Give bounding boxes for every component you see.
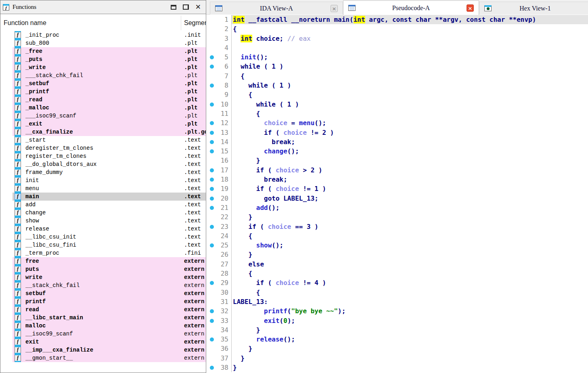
- breakpoint-dot-icon[interactable]: [210, 281, 214, 285]
- breakpoint-dot-icon[interactable]: [210, 206, 214, 210]
- code-line[interactable]: 32 printf("bye bye ~~");: [206, 306, 588, 316]
- function-row[interactable]: f_malloc.plt: [0, 104, 206, 112]
- maximize-icon[interactable]: [171, 5, 176, 10]
- breakpoint-dot-icon[interactable]: [210, 168, 214, 172]
- code-line[interactable]: 6 while ( 1 ): [206, 62, 588, 71]
- function-row[interactable]: fsub_800.plt: [0, 39, 206, 47]
- breakpoint-dot-icon[interactable]: [210, 131, 214, 135]
- function-row[interactable]: fexitextern: [0, 338, 206, 346]
- function-row[interactable]: f__imp___cxa_finalizeextern: [0, 346, 206, 354]
- function-row[interactable]: f__libc_start_mainextern: [0, 314, 206, 322]
- function-row[interactable]: fadd.text: [0, 201, 206, 209]
- code-line[interactable]: 27 else: [206, 260, 588, 269]
- function-row[interactable]: f_read.plt: [0, 96, 206, 104]
- tab-ida-view-a[interactable]: IDA View-A ×: [210, 2, 343, 15]
- function-row[interactable]: fputsextern: [0, 265, 206, 273]
- function-row[interactable]: f__cxa_finalize.plt.got: [0, 128, 206, 136]
- function-row[interactable]: f_puts.plt: [0, 55, 206, 63]
- function-row[interactable]: fchange.text: [0, 209, 206, 217]
- column-function-name[interactable]: Function name: [4, 15, 46, 31]
- function-row[interactable]: f__gmon_start__extern: [0, 354, 206, 362]
- code-line[interactable]: 8 while ( 1 ): [206, 81, 588, 90]
- function-row[interactable]: f___isoc99_scanf.plt: [0, 112, 206, 120]
- function-row[interactable]: fmenu.text: [0, 184, 206, 193]
- code-line[interactable]: 20 goto LABEL_13;: [206, 194, 588, 203]
- code-line[interactable]: 9 {: [206, 90, 588, 99]
- breakpoint-dot-icon[interactable]: [210, 55, 214, 59]
- code-line[interactable]: 15 change();: [206, 147, 588, 156]
- code-line[interactable]: 3 int choice; // eax: [206, 34, 588, 43]
- function-row[interactable]: f_start.text: [0, 136, 206, 144]
- code-line[interactable]: 35 release();: [206, 335, 588, 344]
- breakpoint-dot-icon[interactable]: [210, 178, 214, 182]
- code-line[interactable]: 7 {: [206, 71, 588, 81]
- breakpoint-dot-icon[interactable]: [210, 197, 214, 201]
- function-row[interactable]: f_free.plt: [0, 47, 206, 55]
- code-line[interactable]: 10 while ( 1 ): [206, 100, 588, 109]
- code-line[interactable]: 24 {: [206, 231, 588, 241]
- function-row[interactable]: f_init_proc.init: [0, 31, 206, 39]
- code-line[interactable]: 30 {: [206, 288, 588, 297]
- float-window-icon[interactable]: [183, 4, 189, 10]
- function-row[interactable]: f__stack_chk_failextern: [0, 281, 206, 289]
- code-line[interactable]: 14 break;: [206, 137, 588, 147]
- close-tab-icon[interactable]: ×: [467, 4, 474, 12]
- tab-pseudocode-a[interactable]: Pseudocode-A ×: [343, 0, 479, 15]
- code-line[interactable]: 11 {: [206, 109, 588, 118]
- function-row[interactable]: fderegister_tm_clones.text: [0, 144, 206, 152]
- function-row[interactable]: f_setbuf.plt: [0, 80, 206, 88]
- code-line[interactable]: 37 }: [206, 354, 588, 363]
- function-row[interactable]: f_printf.plt: [0, 88, 206, 96]
- code-line[interactable]: 25 show();: [206, 241, 588, 250]
- function-row[interactable]: fprintfextern: [0, 298, 206, 306]
- function-row[interactable]: fframe_dummy.text: [0, 168, 206, 176]
- function-row[interactable]: fwriteextern: [0, 273, 206, 281]
- breakpoint-dot-icon[interactable]: [210, 337, 214, 342]
- function-row[interactable]: f_term_proc.fini: [0, 249, 206, 257]
- function-row[interactable]: freadextern: [0, 306, 206, 314]
- function-row[interactable]: f_write.plt: [0, 63, 206, 71]
- function-row[interactable]: f__isoc99_scanfextern: [0, 330, 206, 338]
- code-line[interactable]: 13 if ( choice != 2 ): [206, 128, 588, 137]
- code-line[interactable]: 19 if ( choice != 1 ): [206, 184, 588, 193]
- code-line[interactable]: 29 if ( choice != 4 ): [206, 278, 588, 287]
- code-line[interactable]: 17 if ( choice > 2 ): [206, 166, 588, 175]
- code-line[interactable]: 1int __fastcall __noreturn main(int argc…: [206, 15, 588, 24]
- code-line[interactable]: 28 {: [206, 269, 588, 278]
- breakpoint-dot-icon[interactable]: [210, 65, 214, 69]
- breakpoint-dot-icon[interactable]: [210, 84, 214, 88]
- breakpoint-dot-icon[interactable]: [210, 309, 214, 313]
- close-tab-icon[interactable]: ×: [331, 5, 338, 12]
- function-row[interactable]: fsetbufextern: [0, 289, 206, 298]
- code-line[interactable]: 33 exit(0);: [206, 316, 588, 325]
- function-row[interactable]: finit.text: [0, 176, 206, 184]
- function-row[interactable]: f_exit.plt: [0, 120, 206, 128]
- breakpoint-dot-icon[interactable]: [210, 319, 214, 323]
- breakpoint-dot-icon[interactable]: [210, 103, 214, 107]
- code-line[interactable]: 5 init();: [206, 52, 588, 62]
- function-row[interactable]: frelease.text: [0, 225, 206, 233]
- code-line[interactable]: 18 break;: [206, 175, 588, 184]
- code-line[interactable]: 2{: [206, 24, 588, 34]
- breakpoint-dot-icon[interactable]: [210, 243, 214, 247]
- breakpoint-dot-icon[interactable]: [210, 140, 214, 144]
- breakpoint-dot-icon[interactable]: [210, 187, 214, 191]
- function-row[interactable]: fregister_tm_clones.text: [0, 152, 206, 160]
- code-line[interactable]: 22 }: [206, 212, 588, 222]
- code-line[interactable]: 31LABEL_13:: [206, 297, 588, 306]
- function-row[interactable]: f__libc_csu_fini.text: [0, 241, 206, 249]
- code-line[interactable]: 21 add();: [206, 203, 588, 212]
- function-row[interactable]: ffreeextern: [0, 257, 206, 265]
- code-line[interactable]: 12 choice = menu();: [206, 118, 588, 128]
- code-line[interactable]: 36 }: [206, 344, 588, 353]
- code-line[interactable]: 4: [206, 43, 588, 52]
- breakpoint-dot-icon[interactable]: [210, 149, 214, 153]
- tab-hex-view-1[interactable]: Hex View-1: [479, 2, 588, 15]
- code-line[interactable]: 16 }: [206, 156, 588, 165]
- breakpoint-dot-icon[interactable]: [210, 366, 214, 370]
- breakpoint-dot-icon[interactable]: [210, 225, 214, 229]
- function-row[interactable]: f__libc_csu_init.text: [0, 233, 206, 241]
- close-icon[interactable]: ✕: [195, 4, 201, 10]
- function-row[interactable]: f__do_global_dtors_aux.text: [0, 160, 206, 168]
- function-row[interactable]: fmallocextern: [0, 322, 206, 330]
